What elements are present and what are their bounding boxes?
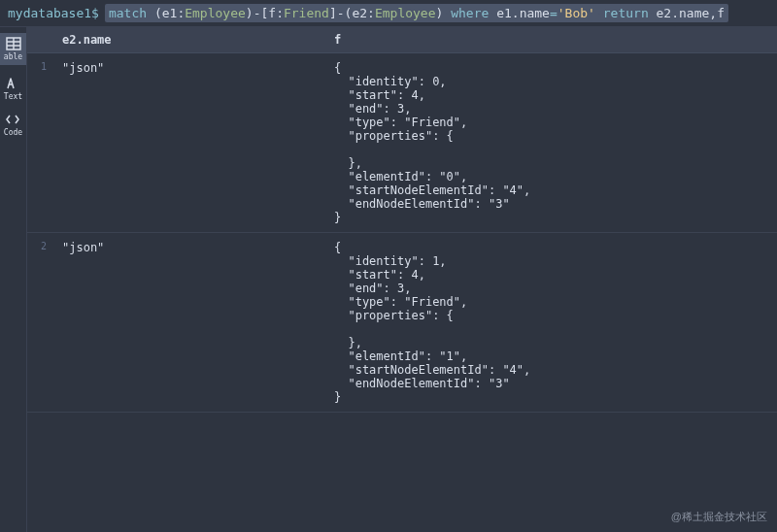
text-icon (5, 77, 20, 90)
table-header-row: e2.name f (27, 27, 777, 53)
row-number-header (27, 33, 51, 47)
table-icon (6, 37, 21, 50)
view-table-label: able (4, 52, 22, 61)
row-number: 1 (27, 53, 51, 80)
watermark: @稀土掘金技术社区 (671, 510, 767, 524)
code-icon (5, 113, 20, 126)
row-number: 2 (27, 233, 51, 259)
view-code-tab[interactable]: Code (4, 113, 22, 137)
query-bar[interactable]: mydatabase1$ match·(e1:Employee)-[f:Frie… (0, 0, 777, 27)
table-row[interactable]: 2 "json" { "identity": 1, "start": 4, "e… (27, 233, 777, 413)
cell-json: { "identity": 1, "start": 4, "end": 3, "… (322, 233, 777, 412)
cell-name: "json" (51, 233, 322, 262)
result-view-sidebar: able Text Code (0, 27, 27, 532)
table-row[interactable]: 1 "json" { "identity": 0, "start": 4, "e… (27, 53, 777, 233)
query-text[interactable]: match·(e1:Employee)-[f:Friend]-(e2:Emplo… (105, 4, 728, 22)
results-table: e2.name f 1 "json" { "identity": 0, "sta… (27, 27, 777, 532)
cell-json: { "identity": 0, "start": 4, "end": 3, "… (322, 53, 777, 232)
view-code-label: Code (4, 128, 22, 137)
view-table-tab[interactable]: able (0, 33, 26, 65)
main-area: able Text Code e2.name f 1 "json" { "ide… (0, 27, 777, 532)
view-text-label: Text (4, 92, 22, 101)
prompt-prefix: mydatabase1$ (8, 6, 99, 20)
cell-name: "json" (51, 53, 322, 83)
column-header-f[interactable]: f (322, 33, 777, 47)
view-text-tab[interactable]: Text (4, 77, 22, 101)
column-header-name[interactable]: e2.name (51, 33, 322, 47)
